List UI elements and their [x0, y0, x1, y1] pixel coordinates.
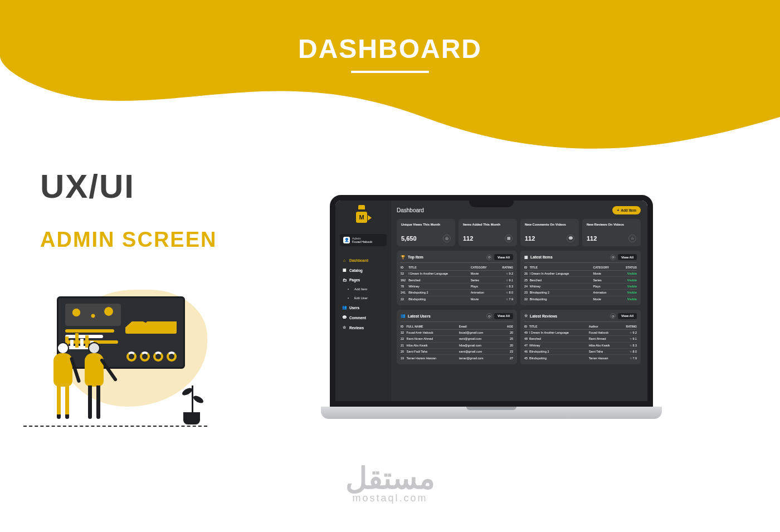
table-row[interactable]: 48BenchedRami Ahmed☆9.1 [524, 336, 637, 342]
comment-icon: 💬 [342, 315, 347, 320]
cell-title: Whitney [530, 283, 593, 289]
sidebar-item-catalog[interactable]: ▦ Catalog [340, 266, 387, 275]
cell-status: Visible [619, 290, 637, 296]
cell-rating: ☆9.2 [621, 329, 637, 335]
refresh-icon[interactable]: ⟳ [610, 313, 616, 319]
cell-id: 25 [524, 277, 530, 283]
col-category: CATEGORY [593, 265, 618, 271]
table-row[interactable]: 49I Dream In Another LanguageFouad Habou… [524, 329, 637, 335]
panels-row-2: 👥 Latest Users ⟳ View All ID FULL NAME [397, 310, 641, 364]
table-row[interactable]: 241Blindspotting 2Animation☆8.0 [401, 290, 513, 296]
table-row[interactable]: 22Rami Akram Ahmedrami@gmail.com25 [401, 336, 513, 342]
latest-items-table: ID TITLE CATEGORY STATUS 26I Dream In An… [524, 265, 637, 302]
table-row[interactable]: 24WhitneyPlaysVisible [524, 283, 637, 289]
cell-id: 78 [401, 283, 408, 289]
sidebar-item-pages[interactable]: 🗀 Pages [340, 276, 387, 284]
star-icon: ☆ [342, 325, 347, 330]
table-row[interactable]: 78WhitneyPlays☆8.3 [401, 283, 513, 289]
laptop-screen: M 👤 Admin Fouad Haboub ⌂ Dashboard [330, 195, 653, 407]
cell-id: 48 [524, 336, 529, 342]
cell-title: I Dream In Another Language [529, 329, 589, 335]
sidebar-item-label: Users [349, 306, 359, 310]
cell-id: 19 [401, 355, 407, 361]
sidebar-item-label: Add Item [354, 287, 367, 291]
sidebar-item-dashboard[interactable]: ⌂ Dashboard [340, 256, 387, 265]
add-item-button[interactable]: + Add Item [612, 206, 641, 214]
table-row[interactable]: 46Blindspotting 2Sami Taha☆8.0 [524, 349, 637, 355]
table-row[interactable]: 25BenchedSeriesVisible [524, 277, 637, 283]
watermark: مستقل mostaql.com [345, 466, 435, 504]
cell-email: sami@gmail.com [459, 349, 502, 355]
illustration-plant [175, 380, 208, 424]
table-row[interactable]: 392BenchedSeries☆9.1 [401, 277, 513, 283]
cell-name: Hiba Abu Kwaik [407, 342, 459, 348]
table-row[interactable]: 52I Dream In Another LanguageMovie☆9.2 [401, 271, 513, 277]
cell-rating: ☆8.3 [621, 342, 637, 348]
table-row[interactable]: 22BlindspottingMovie☆7.9 [401, 296, 513, 302]
refresh-icon[interactable]: ⟳ [486, 313, 492, 319]
cell-id: 20 [401, 349, 407, 355]
cell-category: Movie [471, 296, 496, 302]
table-row[interactable]: 23Blindspotting 2AnimationVisible [524, 290, 637, 296]
sidebar-item-reviews[interactable]: ☆ Reviews [340, 323, 387, 332]
cell-title: I Dream In Another Language [408, 271, 471, 277]
col-title: TITLE [408, 265, 471, 271]
cell-id: 32 [401, 329, 407, 335]
marketing-h2: ADMIN SCREEN [40, 228, 274, 252]
cell-author: Hiba Abu Kwaik [589, 342, 621, 348]
page-title: Dashboard [397, 207, 424, 213]
cell-status: Visible [619, 296, 637, 302]
cell-title: Whitney [529, 342, 589, 348]
view-all-button[interactable]: View All [618, 313, 637, 319]
table-row[interactable]: 20Sami Fadi Tahasami@gmail.com23 [401, 349, 513, 355]
table-row[interactable]: 45BlindspottingTamer Hassan☆7.9 [524, 355, 637, 361]
sidebar-item-label: Reviews [349, 326, 364, 330]
stat-value: 112 [587, 235, 597, 242]
stat-value: 112 [525, 235, 535, 242]
stat-value: 5,650 [401, 235, 417, 242]
trophy-icon: 🏆 [401, 255, 406, 260]
illustration-person-a [51, 342, 75, 426]
stat-label: Unique Views This Month [401, 223, 451, 231]
dashboard-main: Dashboard + Add Item Unique Views This M… [391, 201, 647, 401]
sidebar-sub-add-item[interactable]: Add Item [340, 285, 387, 293]
sidebar-item-label: Dashboard [349, 258, 368, 262]
grid-icon: ▦ [342, 268, 347, 272]
view-all-button[interactable]: View All [494, 313, 513, 319]
cell-title: Blindspotting 2 [408, 290, 471, 296]
illustration-person-b [82, 342, 106, 426]
cell-id: 47 [524, 342, 529, 348]
table-row[interactable]: 47WhitneyHiba Abu Kwaik☆8.3 [524, 342, 637, 348]
table-row[interactable]: 22BlindspottingMovieVisible [524, 296, 637, 302]
view-all-button[interactable]: View All [494, 254, 513, 260]
sidebar-item-label: Pages [349, 278, 360, 282]
user-card[interactable]: 👤 Admin Fouad Haboub [340, 234, 387, 246]
col-rating: RATING [496, 265, 513, 271]
table-row[interactable]: 19Tamer Hazem Hassantamer@gmail.com27 [401, 355, 513, 361]
table-row[interactable]: 26I Dream In Another LanguageMovieVisibl… [524, 271, 637, 277]
col-status: STATUS [619, 265, 637, 271]
cell-rating: ☆7.9 [621, 355, 637, 361]
table-row[interactable]: 21Hiba Abu Kwaikhiba@gmail.com20 [401, 342, 513, 348]
refresh-icon[interactable]: ⟳ [486, 255, 492, 260]
view-all-button[interactable]: View All [618, 254, 637, 260]
dashboard-header: Dashboard + Add Item [397, 206, 641, 214]
cell-title: Benched [408, 277, 471, 283]
cell-rating: ☆9.1 [496, 277, 513, 283]
cell-author: Fouad Haboub [589, 329, 621, 335]
sidebar-item-label: Edit User [354, 296, 368, 300]
stat-value: 112 [463, 235, 473, 242]
col-rating: RATING [621, 324, 637, 330]
hero-title: DASHBOARD [298, 33, 482, 64]
refresh-icon[interactable]: ⟳ [610, 255, 616, 260]
sidebar-item-comment[interactable]: 💬 Comment [340, 313, 387, 322]
latest-reviews-table: ID TITLE Author RATING 49I Dream In Anot… [524, 324, 637, 361]
stat-label: Items Added This Month [463, 223, 513, 231]
laptop-mockup: M 👤 Admin Fouad Haboub ⌂ Dashboard [330, 195, 653, 419]
cell-author: Rami Ahmed [589, 336, 621, 342]
table-row[interactable]: 32Fouad Amir Haboubfouad@gmail.com20 [401, 329, 513, 335]
hero-underline [351, 71, 429, 73]
sidebar-item-users[interactable]: 👥 Users [340, 303, 387, 312]
sidebar-sub-edit-user[interactable]: Edit User [340, 294, 387, 302]
laptop-notch [469, 201, 514, 207]
